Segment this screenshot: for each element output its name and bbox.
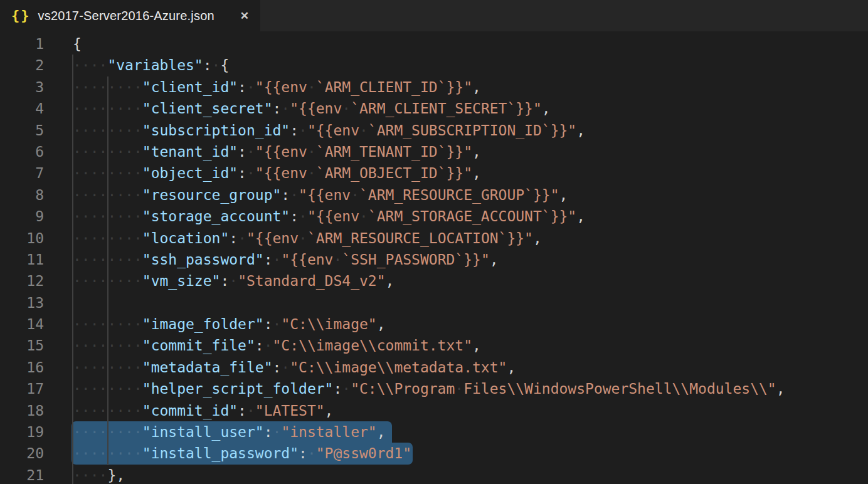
- code-token: "client_secret": [142, 100, 273, 117]
- code-token: {: [220, 57, 229, 73]
- whitespace-dots: ·: [273, 424, 282, 440]
- whitespace-dots: ·: [273, 251, 282, 268]
- tab-bar: {} vs2017-Server2016-Azure.json ✕: [0, 0, 868, 31]
- code-token: :: [238, 165, 246, 181]
- code-line[interactable]: 20········"install_password":·"P@ssw0rd1…: [0, 443, 868, 464]
- line-number[interactable]: 15: [0, 335, 44, 356]
- code-token: "C:\\image": [281, 316, 376, 332]
- code-token: "{{env: [255, 144, 307, 160]
- code-line[interactable]: 11········"ssh_password":·"{{env·`SSH_PA…: [0, 249, 868, 270]
- line-number[interactable]: 4: [0, 98, 44, 119]
- line-number[interactable]: 11: [0, 249, 44, 270]
- code-token: ,: [559, 187, 568, 203]
- whitespace-dots: ·: [299, 230, 307, 246]
- code-line[interactable]: 18········"commit_id":·"LATEST",: [0, 400, 868, 421]
- code-token: "resource_group": [142, 187, 282, 203]
- code-token: ,: [472, 165, 481, 181]
- code-token: "commit_id": [142, 402, 238, 419]
- editor[interactable]: 1{2····"variables":·{3········"client_id…: [0, 31, 868, 484]
- code-line[interactable]: 12········"vm_size":·"Standard_DS4_v2",: [0, 270, 868, 292]
- line-number[interactable]: 14: [0, 313, 44, 335]
- code-line-text: ········"location":·"{{env·`ARM_RESOURCE…: [73, 228, 542, 249]
- code-token: "variables": [107, 57, 203, 73]
- code-line[interactable]: 7········"object_id":·"{{env·`ARM_OBJECT…: [0, 162, 868, 184]
- selection-highlight: ········"install_user":·"installer",: [71, 421, 392, 443]
- code-token: "metadata_file": [142, 359, 273, 376]
- code-area[interactable]: 1{2····"variables":·{3········"client_id…: [0, 33, 868, 484]
- code-token: "{{env: [299, 187, 351, 203]
- line-number[interactable]: 17: [0, 378, 44, 399]
- code-token: :: [290, 122, 299, 139]
- code-line[interactable]: 21····},: [0, 465, 868, 484]
- code-token: "location": [142, 230, 229, 246]
- line-number[interactable]: 18: [0, 400, 44, 421]
- code-token: :: [238, 402, 246, 419]
- whitespace-dots: ·: [246, 402, 255, 419]
- line-number[interactable]: 6: [0, 141, 44, 162]
- whitespace-dots: ·: [246, 144, 255, 160]
- code-line[interactable]: 8········"resource_group":·"{{env·`ARM_R…: [0, 184, 868, 206]
- line-number[interactable]: 9: [0, 206, 44, 227]
- code-token: "C:\\image\\commit.txt": [273, 337, 473, 354]
- line-number[interactable]: 19: [0, 421, 44, 443]
- code-line[interactable]: 10········"location":·"{{env·`ARM_RESOUR…: [0, 228, 868, 249]
- line-number[interactable]: 20: [0, 443, 44, 464]
- code-line-text: ········"storage_account":·"{{env·`ARM_S…: [73, 206, 585, 227]
- code-line[interactable]: 16········"metadata_file":·"C:\\image\\m…: [0, 357, 868, 378]
- code-line[interactable]: 2····"variables":·{: [0, 55, 868, 76]
- code-token: "{{env: [307, 208, 359, 224]
- line-number[interactable]: 7: [0, 162, 44, 184]
- whitespace-dots: ·: [238, 230, 246, 246]
- line-number[interactable]: 12: [0, 270, 44, 292]
- code-line-text: ········"object_id":·"{{env·`ARM_OBJECT_…: [73, 162, 481, 184]
- whitespace-dots: ·: [264, 337, 273, 354]
- code-line[interactable]: 14········"image_folder":·"C:\\image",: [0, 313, 868, 335]
- code-token: ,: [472, 144, 481, 160]
- whitespace-dots: ····: [73, 57, 107, 73]
- line-number[interactable]: 13: [0, 292, 44, 313]
- whitespace-dots: ·: [359, 208, 368, 224]
- line-number[interactable]: 8: [0, 184, 44, 206]
- tab-close-icon[interactable]: ✕: [238, 8, 251, 24]
- code-line[interactable]: 9········"storage_account":·"{{env·`ARM_…: [0, 206, 868, 227]
- code-line[interactable]: 19········"install_user":·"installer",: [0, 421, 868, 443]
- code-line-text: ····},: [73, 465, 125, 484]
- indent-guide: [72, 55, 73, 484]
- code-line[interactable]: 13: [0, 292, 868, 313]
- code-token: ,: [472, 337, 481, 354]
- line-number[interactable]: 2: [0, 55, 44, 76]
- code-token: "commit_file": [142, 337, 255, 354]
- code-token: `ARM_CLIENT_SECRET`}}": [351, 100, 542, 117]
- code-token: "ssh_password": [142, 251, 264, 268]
- code-token: :: [333, 381, 342, 397]
- code-token: ,: [325, 402, 334, 419]
- code-token: :: [220, 273, 229, 289]
- code-line[interactable]: 4········"client_secret":·"{{env·`ARM_CL…: [0, 98, 868, 119]
- code-token: :: [281, 187, 290, 203]
- code-line[interactable]: 6········"tenant_id":·"{{env·`ARM_TENANT…: [0, 141, 868, 162]
- code-token: :: [229, 230, 238, 246]
- whitespace-dots: ····: [73, 467, 107, 483]
- line-number[interactable]: 5: [0, 120, 44, 141]
- code-line[interactable]: 17········"helper_script_folder":·"C:\\P…: [0, 378, 868, 399]
- code-line-text: {: [73, 33, 82, 55]
- code-line-text: ········"resource_group":·"{{env·`ARM_RE…: [73, 184, 568, 206]
- code-line[interactable]: 15········"commit_file":·"C:\\image\\com…: [0, 335, 868, 356]
- line-number[interactable]: 3: [0, 76, 44, 98]
- code-token: `ARM_RESOURCE_LOCATION`}}": [307, 230, 533, 246]
- code-line[interactable]: 1{: [0, 33, 868, 55]
- code-line[interactable]: 3········"client_id":·"{{env·`ARM_CLIENT…: [0, 76, 868, 98]
- code-token: "Standard_DS4_v2": [238, 273, 385, 289]
- code-token: :: [290, 208, 299, 224]
- line-number[interactable]: 21: [0, 465, 44, 484]
- code-token: "object_id": [142, 165, 238, 181]
- line-number[interactable]: 1: [0, 33, 44, 55]
- code-token: "install_password": [142, 445, 299, 461]
- whitespace-dots: ·: [273, 316, 282, 332]
- line-number[interactable]: 10: [0, 228, 44, 249]
- code-token: "helper_script_folder": [142, 381, 334, 397]
- code-line[interactable]: 5········"subscription_id":·"{{env·`ARM_…: [0, 120, 868, 141]
- tab-vs2017-server2016-azure-json[interactable]: {} vs2017-Server2016-Azure.json ✕: [0, 0, 260, 31]
- line-number[interactable]: 16: [0, 357, 44, 378]
- code-token: "client_id": [142, 79, 238, 95]
